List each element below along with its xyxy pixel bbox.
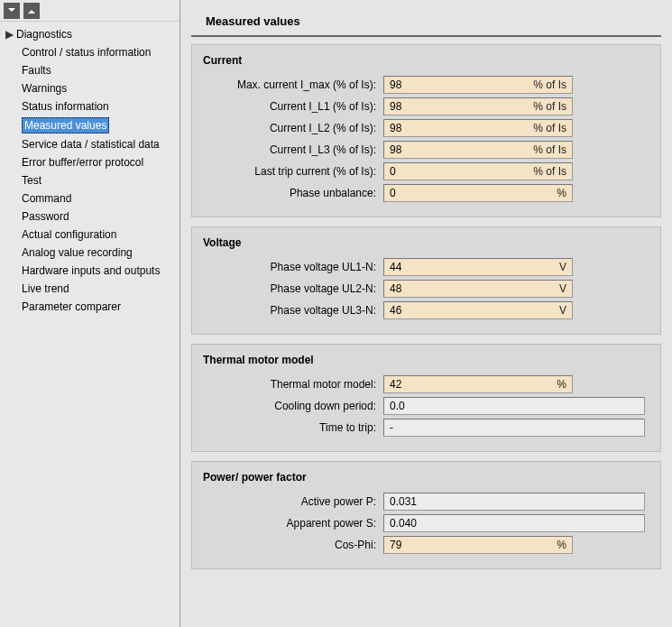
value-unit: V [559, 282, 566, 295]
nav-label: Service data / statistical data [22, 137, 160, 152]
field-value: 0% [383, 184, 573, 202]
expand-all-button[interactable] [23, 3, 40, 19]
expand-icon: ▶ [5, 27, 14, 41]
field-value: 98% of Is [383, 76, 573, 94]
section-power: Power/ power factor Active power P:0.031… [191, 461, 661, 569]
nav-item-service-data[interactable]: Service data / statistical data [0, 135, 180, 153]
nav-item-live-trend[interactable]: Live trend [0, 280, 180, 298]
nav-label: Command [22, 191, 71, 206]
section-thermal: Thermal motor model Thermal motor model:… [191, 344, 661, 452]
field-value: 44V [383, 258, 573, 276]
nav-label: Status information [22, 99, 109, 114]
field-label: Phase unbalance: [203, 187, 383, 199]
value-text: 79 [390, 539, 401, 551]
value-text: - [390, 421, 393, 434]
value-unit: % of Is [533, 143, 566, 156]
field-label: Current I_L1 (% of Is): [203, 100, 383, 113]
nav-label: Live trend [22, 281, 69, 296]
value-text: 0.031 [390, 495, 417, 508]
value-unit: % of Is [533, 165, 566, 178]
value-unit: % of Is [533, 122, 566, 134]
field-label: Cooling down period: [203, 400, 383, 412]
nav-item-test[interactable]: Test [0, 171, 180, 189]
content-scroll[interactable]: Current Max. current I_max (% of Is):98%… [180, 37, 672, 586]
nav-label: Password [22, 209, 69, 224]
field-value: 0.040 [383, 514, 645, 532]
field-value: 46V [383, 301, 573, 319]
section-title: Voltage [203, 236, 649, 249]
nav-label: Parameter comparer [22, 300, 121, 314]
nav-tree: ▶ Diagnostics Control / status informati… [0, 22, 180, 319]
nav-label: Faults [22, 63, 51, 78]
value-text: 0 [390, 187, 396, 199]
field-value: 98% of Is [383, 119, 573, 137]
value-text: 0.0 [390, 400, 405, 412]
field-label: Current I_L2 (% of Is): [203, 122, 383, 134]
nav-item-diagnostics[interactable]: ▶ Diagnostics [0, 25, 180, 43]
value-unit: V [559, 304, 566, 317]
value-text: 98 [390, 122, 401, 134]
field-label: Last trip current (% of Is): [203, 165, 383, 178]
value-unit: % [557, 539, 566, 551]
field-label: Phase voltage UL1-N: [203, 261, 383, 273]
field-value: - [383, 419, 645, 437]
value-unit: % of Is [533, 78, 566, 91]
page-title: Measured values [191, 0, 661, 37]
value-text: 42 [390, 378, 401, 391]
nav-label: Hardware inputs and outputs [22, 263, 160, 278]
field-label: Active power P: [203, 495, 383, 508]
field-value: 48V [383, 280, 573, 298]
field-value: 0% of Is [383, 162, 573, 180]
field-value: 98% of Is [383, 97, 573, 115]
field-label: Phase voltage UL2-N: [203, 282, 383, 295]
field-value: 98% of Is [383, 141, 573, 159]
nav-item-faults[interactable]: Faults [0, 61, 180, 79]
field-label: Current I_L3 (% of Is): [203, 143, 383, 156]
field-value: 0.031 [383, 493, 645, 511]
nav-label: Error buffer/error protocol [22, 155, 143, 170]
field-label: Cos-Phi: [203, 539, 383, 551]
nav-item-command[interactable]: Command [0, 189, 180, 207]
nav-label: Control / status information [22, 45, 151, 60]
field-label: Phase voltage UL3-N: [203, 304, 383, 317]
nav-item-password[interactable]: Password [0, 207, 180, 226]
field-value: 42% [383, 375, 573, 393]
nav-item-measured-values[interactable]: Measured values [0, 115, 180, 135]
nav-item-hardware-io[interactable]: Hardware inputs and outputs [0, 262, 180, 280]
value-text: 98 [390, 143, 401, 156]
field-value: 79% [383, 536, 573, 554]
value-text: 48 [390, 282, 401, 295]
section-title: Current [203, 54, 649, 67]
nav-item-status-information[interactable]: Status information [0, 97, 180, 115]
nav-item-analog-value-recording[interactable]: Analog value recording [0, 244, 180, 262]
nav-label: Warnings [22, 81, 67, 96]
value-text: 44 [390, 261, 401, 273]
section-title: Thermal motor model [203, 354, 649, 366]
value-unit: % [557, 187, 566, 199]
nav-item-parameter-comparer[interactable]: Parameter comparer [0, 298, 180, 316]
field-label: Thermal motor model: [203, 378, 383, 391]
value-text: 98 [390, 78, 401, 91]
nav-label: Analog value recording [22, 245, 133, 260]
collapse-all-button[interactable] [4, 3, 20, 19]
main-panel: Measured values Current Max. current I_m… [180, 0, 672, 627]
nav-item-actual-configuration[interactable]: Actual configuration [0, 226, 180, 244]
nav-item-error-buffer[interactable]: Error buffer/error protocol [0, 153, 180, 171]
value-text: 98 [390, 100, 401, 113]
value-text: 0.040 [390, 517, 417, 530]
section-voltage: Voltage Phase voltage UL1-N:44V Phase vo… [191, 226, 661, 335]
nav-label: Diagnostics [16, 27, 72, 41]
nav-label: Actual configuration [22, 227, 116, 242]
sidebar-toolbar [0, 0, 180, 22]
nav-item-control-status[interactable]: Control / status information [0, 43, 180, 61]
field-label: Apparent power S: [203, 517, 383, 530]
field-label: Max. current I_max (% of Is): [203, 78, 383, 91]
value-unit: % of Is [533, 100, 566, 113]
nav-label: Test [22, 173, 41, 188]
value-text: 0 [390, 165, 396, 178]
value-text: 46 [390, 304, 401, 317]
value-unit: % [557, 378, 566, 391]
field-value: 0.0 [383, 397, 645, 415]
section-current: Current Max. current I_max (% of Is):98%… [191, 44, 661, 217]
nav-item-warnings[interactable]: Warnings [0, 79, 180, 97]
